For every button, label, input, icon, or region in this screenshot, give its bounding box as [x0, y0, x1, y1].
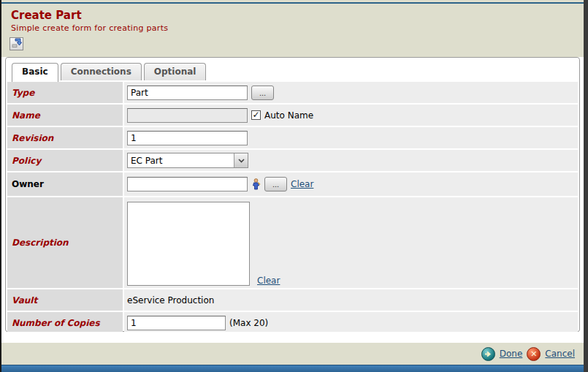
number-of-copies-input[interactable]: [127, 316, 226, 330]
export-button[interactable]: [9, 37, 23, 50]
tab-bar: Basic Connections Optional: [7, 58, 578, 80]
row-number-of-copies: Number of Copies (Max 20): [7, 312, 578, 333]
page-subtitle: Simple create form for creating parts: [11, 23, 584, 33]
vault-value: eService Production: [127, 295, 214, 305]
name-input: [127, 108, 248, 123]
chevron-down-icon: [234, 153, 248, 167]
done-icon[interactable]: [481, 347, 495, 361]
policy-label: Policy: [7, 150, 123, 171]
owner-clear-link[interactable]: Clear: [291, 179, 313, 189]
export-icon: [12, 38, 22, 50]
type-label: Type: [7, 82, 123, 103]
number-of-copies-label: Number of Copies: [7, 312, 123, 333]
description-label: Description: [7, 197, 123, 288]
row-policy: Policy EC Part: [7, 150, 578, 171]
owner-value-cell: ... Clear: [124, 172, 578, 196]
row-type: Type ...: [7, 82, 578, 103]
vault-value-cell: eService Production: [124, 289, 578, 311]
vault-label: Vault: [7, 289, 123, 311]
create-part-window: Create Part Simple create form for creat…: [0, 0, 588, 372]
revision-label: Revision: [7, 127, 123, 148]
auto-name-label: Auto Name: [264, 110, 313, 121]
footer-gap: [1, 332, 584, 343]
form-panel: Basic Connections Optional Type ... Name: [5, 57, 580, 332]
type-browse-button[interactable]: ...: [251, 86, 274, 100]
policy-selected-value: EC Part: [128, 156, 234, 166]
header-divider-line: [1, 2, 584, 4]
description-clear-link[interactable]: Clear: [257, 276, 280, 286]
owner-input[interactable]: [127, 177, 248, 191]
row-owner: Owner ... Clear: [7, 172, 578, 196]
row-vault: Vault eService Production: [7, 289, 578, 311]
number-of-copies-value-cell: (Max 20): [124, 312, 578, 333]
tab-connections[interactable]: Connections: [61, 63, 142, 80]
type-value-cell: ...: [124, 82, 578, 103]
row-revision: Revision: [7, 127, 578, 148]
policy-select[interactable]: EC Part: [127, 153, 248, 168]
owner-browse-button[interactable]: ...: [264, 177, 287, 191]
person-icon[interactable]: [251, 178, 261, 190]
page-title: Create Part: [11, 9, 584, 22]
tab-optional[interactable]: Optional: [144, 63, 207, 80]
footer-bar: Done ✕ Cancel: [1, 343, 584, 365]
name-label: Name: [7, 105, 123, 126]
cancel-link[interactable]: Cancel: [545, 349, 575, 359]
revision-input[interactable]: [127, 131, 248, 145]
revision-value-cell: [124, 127, 578, 148]
tab-basic[interactable]: Basic: [12, 63, 58, 82]
owner-label: Owner: [7, 172, 123, 196]
description-value-cell: Clear: [124, 197, 578, 288]
type-input[interactable]: [127, 86, 248, 100]
form-rows: Type ... Name Auto Name: [7, 80, 578, 333]
cancel-icon[interactable]: ✕: [527, 347, 541, 361]
description-textarea[interactable]: [127, 202, 250, 286]
name-value-cell: Auto Name: [124, 105, 578, 126]
row-description: Description Clear: [7, 197, 578, 288]
page-header: Create Part Simple create form for creat…: [1, 0, 584, 57]
auto-name-checkbox[interactable]: [251, 110, 261, 120]
max-copies-hint: (Max 20): [229, 318, 268, 328]
policy-value-cell: EC Part: [124, 150, 578, 171]
content-area: Basic Connections Optional Type ... Name: [1, 57, 584, 332]
row-name: Name Auto Name: [7, 105, 578, 126]
bottom-blue-bar: [1, 365, 584, 372]
done-link[interactable]: Done: [500, 349, 523, 359]
